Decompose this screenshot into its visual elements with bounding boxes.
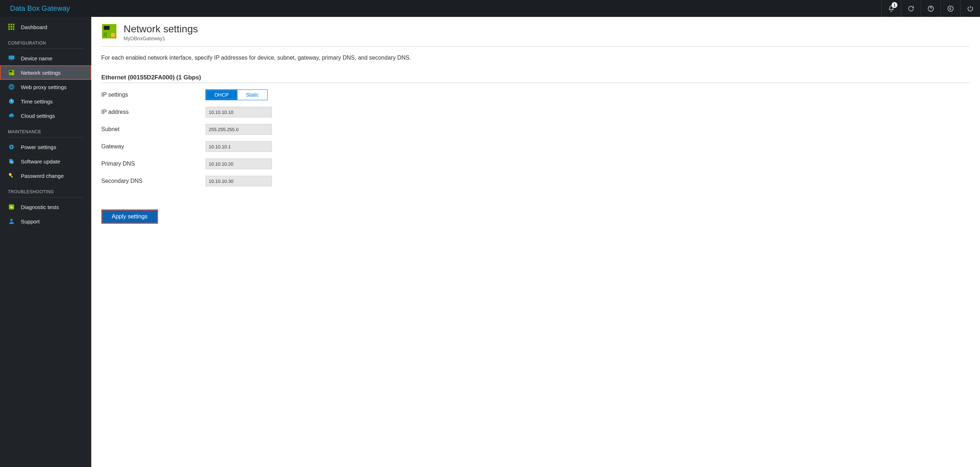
divider [8,197,83,198]
sidebar-item-cloud-settings[interactable]: Cloud settings [0,108,91,123]
svg-rect-32 [104,32,105,37]
sidebar-item-diagnostic-tests[interactable]: Diagnostic tests [0,200,91,214]
notification-badge: 1 [892,2,897,8]
svg-rect-30 [104,26,110,30]
clock-icon [8,98,15,105]
label-ip-address: IP address [101,109,205,115]
grid-icon [8,23,15,30]
svg-rect-26 [10,175,13,178]
label-secondary-dns: Secondary DNS [101,178,205,184]
main-content: Network settings MyDBoxGateway1 For each… [91,17,980,467]
field-secondary-dns[interactable]: 10.10.10.30 [205,176,272,186]
row-gateway: Gateway 10.10.10.1 [101,141,970,152]
power-icon [967,5,974,12]
svg-rect-3 [8,24,10,25]
svg-rect-6 [8,26,10,28]
globe-icon [8,83,15,91]
sidebar-item-time-settings[interactable]: Time settings [0,94,91,108]
svg-rect-5 [13,24,15,25]
svg-rect-16 [12,73,14,75]
update-icon [8,158,15,165]
sidebar-item-label: Password change [21,173,64,179]
sidebar-item-label: Dashboard [21,24,47,30]
sidebar: Dashboard CONFIGURATION Device name Netw… [0,17,91,467]
sidebar-item-label: Device name [21,55,52,62]
svg-point-22 [11,146,13,148]
monitor-icon [8,55,15,62]
label-ip-settings: IP settings [101,92,205,98]
ip-settings-toggle: DHCP Static [205,89,267,100]
topbar: Data Box Gateway 1 [0,0,980,17]
sidebar-item-network-settings[interactable]: Network settings [0,65,91,80]
svg-rect-33 [106,32,107,37]
row-ip-address: IP address 10.10.10.10 [101,107,970,118]
svg-rect-12 [9,56,14,60]
gear-icon [8,143,15,151]
person-icon [8,218,15,225]
svg-point-2 [948,6,953,11]
sidebar-item-label: Diagnostic tests [21,204,59,210]
cloud-gear-icon [8,112,15,119]
svg-rect-4 [10,24,12,25]
sidebar-section-troubleshooting: TROUBLESHOOTING [0,183,91,197]
row-secondary-dns: Secondary DNS 10.10.10.30 [101,176,970,186]
pulse-icon [8,203,15,211]
sidebar-item-label: Network settings [21,70,61,76]
svg-rect-11 [13,29,15,30]
row-subnet: Subnet 255.255.255.0 [101,124,970,135]
sidebar-item-label: Time settings [21,98,53,105]
sidebar-item-label: Support [21,218,40,224]
svg-rect-8 [13,26,15,28]
toggle-dhcp[interactable]: DHCP [206,90,237,100]
sidebar-item-password-change[interactable]: Password change [0,168,91,183]
toggle-static[interactable]: Static [237,90,267,100]
settings-button[interactable] [940,0,960,17]
row-primary-dns: Primary DNS 10.10.10.20 [101,159,970,169]
sidebar-item-label: Web proxy settings [21,84,67,90]
svg-rect-13 [11,60,12,61]
label-primary-dns: Primary DNS [101,160,205,167]
svg-rect-7 [10,26,12,28]
network-card-icon [101,23,117,39]
field-gateway[interactable]: 10.10.10.1 [205,141,272,152]
page-header: Network settings MyDBoxGateway1 [101,23,970,47]
key-icon [8,172,15,179]
sidebar-item-power-settings[interactable]: Power settings [0,140,91,154]
sidebar-section-maintenance: MAINTENANCE [0,123,91,137]
svg-rect-15 [10,71,12,73]
field-primary-dns[interactable]: 10.10.10.20 [205,159,272,169]
sidebar-item-label: Power settings [21,144,56,150]
help-button[interactable] [921,0,940,17]
field-ip-address[interactable]: 10.10.10.10 [205,107,272,118]
field-subnet[interactable]: 255.255.255.0 [205,124,272,135]
svg-point-25 [9,173,11,176]
notifications-button[interactable]: 1 [881,0,901,17]
page-subtitle: MyDBoxGateway1 [124,36,198,41]
copyright-icon [947,5,954,12]
svg-point-20 [11,116,13,118]
label-subnet: Subnet [101,126,205,133]
apply-settings-button[interactable]: Apply settings [102,211,157,223]
divider [8,137,83,138]
topbar-actions: 1 [881,0,980,17]
help-icon [927,5,934,12]
sidebar-item-software-update[interactable]: Software update [0,154,91,168]
label-gateway: Gateway [101,143,205,150]
power-top-button[interactable] [960,0,980,17]
sidebar-item-dashboard[interactable]: Dashboard [0,20,91,34]
refresh-icon [907,5,915,12]
svg-rect-31 [111,33,115,37]
svg-point-28 [10,219,13,221]
sidebar-item-support[interactable]: Support [0,214,91,229]
intro-text: For each enabled network interface, spec… [101,55,970,61]
svg-rect-10 [10,29,12,30]
refresh-button[interactable] [901,0,921,17]
section-rule [101,83,970,83]
sidebar-item-label: Software update [21,159,60,165]
apply-highlight: Apply settings [101,210,158,224]
network-card-icon [8,69,15,76]
svg-rect-9 [8,29,10,30]
interface-heading: Ethernet (00155D2FA000) (1 Gbps) [101,74,970,81]
sidebar-item-device-name[interactable]: Device name [0,51,91,65]
sidebar-item-web-proxy[interactable]: Web proxy settings [0,80,91,94]
